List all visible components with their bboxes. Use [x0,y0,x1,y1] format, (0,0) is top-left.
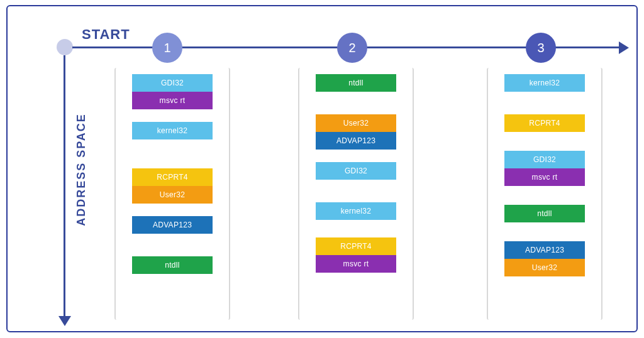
block-user32: User32 [316,114,396,132]
block-gdi32: GDI32 [504,151,585,168]
arrow-right-icon [619,41,629,54]
origin-dot [57,39,73,55]
block-msvc-rt: msvc rt [132,92,213,109]
column-1: GDI32msvc rtkernel32RCPRT4User32ADVAP123… [132,74,213,274]
block-kernel32: kernel32 [132,122,213,139]
step-marker-1: 1 [152,33,182,63]
block-gdi32: GDI32 [316,162,396,180]
axis-label: ADDRESS SPACE [75,113,88,226]
diagram-frame: START ADDRESS SPACE 123 GDI32msvc rtkern… [6,5,638,332]
y-axis-line [64,55,65,317]
block-msvc-rt: msvc rt [316,255,396,273]
block-rcprt4: RCPRT4 [132,168,213,186]
block-user32: User32 [132,186,213,204]
block-kernel32: kernel32 [504,74,585,92]
block-kernel32: kernel32 [316,202,396,220]
arrow-down-icon [58,316,71,326]
block-ntdll: ntdll [132,256,213,274]
block-msvc-rt: msvc rt [504,168,585,186]
block-ntdll: ntdll [316,74,396,92]
block-advap123: ADVAP123 [504,241,585,259]
block-advap123: ADVAP123 [316,132,396,150]
column-3: kernel32RCPRT4GDI32msvc rtntdllADVAP123U… [504,74,585,276]
block-rcprt4: RCPRT4 [504,114,585,132]
step-marker-2: 2 [337,33,367,63]
step-marker-3: 3 [526,33,556,63]
block-gdi32: GDI32 [132,74,213,92]
block-advap123: ADVAP123 [132,216,213,234]
block-user32: User32 [504,259,585,276]
start-label: START [82,26,130,43]
block-ntdll: ntdll [504,205,585,222]
column-2: ntdllUser32ADVAP123GDI32kernel32RCPRT4ms… [316,74,396,273]
block-rcprt4: RCPRT4 [316,237,396,255]
